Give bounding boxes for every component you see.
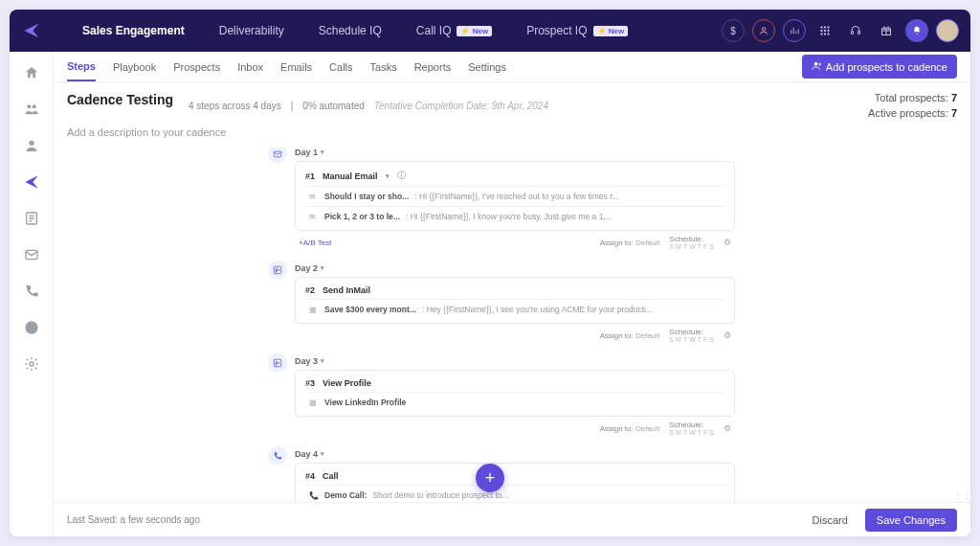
assign-value[interactable]: Default bbox=[635, 424, 659, 433]
step-footer: Assign to: Default Schedule: SMTWTFS ⚙ bbox=[295, 324, 735, 343]
topnav-schedule-iq[interactable]: Schedule IQ bbox=[301, 10, 399, 52]
chevron-down-icon: ▾ bbox=[321, 450, 324, 458]
day-label[interactable]: Day 3 ▾ bbox=[295, 356, 957, 366]
day-label[interactable]: Day 2 ▾ bbox=[295, 263, 957, 273]
main: Steps Playbook Prospects Inbox Emails Ca… bbox=[54, 52, 970, 536]
add-step-fab[interactable]: + bbox=[476, 464, 504, 492]
svg-rect-2 bbox=[824, 27, 826, 29]
rail-settings-icon[interactable] bbox=[22, 354, 41, 374]
assign-value[interactable]: Default bbox=[635, 331, 659, 340]
step-header[interactable]: #3 View Profile bbox=[305, 376, 724, 392]
step-item[interactable]: ▦ Save $300 every mont... : Hey {{FirstN… bbox=[305, 299, 724, 319]
topnav-sales-engagement[interactable]: Sales Engagement bbox=[65, 10, 202, 52]
drag-handle-icon[interactable]: ⋮⋮ bbox=[953, 489, 970, 500]
notification-icon[interactable] bbox=[905, 19, 928, 42]
svg-rect-5 bbox=[824, 30, 826, 32]
svg-point-18 bbox=[30, 362, 33, 366]
chevron-down-icon: ▾ bbox=[321, 148, 324, 156]
topnav-deliverability[interactable]: Deliverability bbox=[202, 10, 301, 52]
rail-reports-icon[interactable] bbox=[22, 318, 41, 337]
gear-icon[interactable]: ⚙ bbox=[724, 423, 731, 433]
cadence-title: Cadence Testing bbox=[67, 92, 173, 107]
step-item-preview: : Hi {{FirstName}}, I've reached out to … bbox=[414, 192, 618, 201]
save-button[interactable]: Save Changes bbox=[865, 509, 957, 532]
tab-calls[interactable]: Calls bbox=[329, 54, 352, 80]
schedule-days[interactable]: SMTWTFS bbox=[669, 336, 714, 343]
last-saved: Last Saved: a few seconds ago bbox=[67, 514, 200, 525]
rail-person-icon[interactable] bbox=[22, 136, 41, 155]
step-header[interactable]: #1 Manual Email ▾ ⓘ bbox=[305, 168, 724, 186]
gear-icon[interactable]: ⚙ bbox=[724, 238, 731, 247]
svg-rect-23 bbox=[276, 270, 277, 273]
tab-inbox[interactable]: Inbox bbox=[237, 54, 263, 80]
svg-point-25 bbox=[276, 361, 277, 362]
topnav-prospect-iq[interactable]: Prospect IQ New bbox=[509, 10, 645, 52]
headset-icon[interactable] bbox=[844, 19, 867, 42]
assign-value[interactable]: Default bbox=[635, 239, 659, 247]
rail-home-icon[interactable] bbox=[22, 63, 41, 82]
topnav-call-iq[interactable]: Call IQ New bbox=[399, 10, 509, 52]
add-prospects-button[interactable]: Add prospects to cadence bbox=[802, 55, 957, 79]
tab-tasks[interactable]: Tasks bbox=[370, 54, 397, 80]
step-item-preview: : Hey {{FirstName}}, I see you're using … bbox=[422, 305, 653, 314]
total-prospects-value: 7 bbox=[951, 92, 957, 103]
rail-team-icon[interactable] bbox=[22, 100, 41, 119]
avatar[interactable] bbox=[936, 19, 959, 42]
chevron-down-icon: ▾ bbox=[321, 357, 324, 365]
step-item[interactable]: ✉ Should I stay or sho... : Hi {{FirstNa… bbox=[305, 186, 724, 206]
user-icon[interactable] bbox=[752, 19, 775, 42]
tab-playbook[interactable]: Playbook bbox=[113, 54, 156, 80]
step-item-icon: ✉ bbox=[309, 193, 319, 201]
tab-prospects[interactable]: Prospects bbox=[173, 54, 220, 80]
active-prospects-value: 7 bbox=[951, 107, 957, 119]
svg-point-15 bbox=[29, 141, 33, 146]
discard-button[interactable]: Discard bbox=[803, 509, 858, 532]
step-card: #1 Manual Email ▾ ⓘ ✉ Should I stay or s… bbox=[295, 161, 735, 231]
step-item[interactable]: ✉ Pick 1, 2 or 3 to le... : Hi {{FirstNa… bbox=[305, 206, 724, 226]
chevron-down-icon: ▾ bbox=[321, 264, 324, 272]
step-card: #2 Send InMail ▦ Save $300 every mont...… bbox=[295, 277, 735, 324]
gear-icon[interactable]: ⚙ bbox=[724, 330, 731, 340]
add-user-icon bbox=[812, 60, 822, 73]
rail-mail-icon[interactable] bbox=[22, 245, 41, 264]
meta-steps: 4 steps across 4 days bbox=[189, 101, 281, 111]
step-item-subject: Pick 1, 2 or 3 to le... bbox=[324, 212, 400, 221]
topbar-right: $ bbox=[722, 19, 959, 42]
svg-rect-1 bbox=[821, 27, 823, 29]
tab-settings[interactable]: Settings bbox=[468, 54, 506, 80]
step-item[interactable]: ▦ View LinkedIn Profile bbox=[305, 392, 724, 412]
rail-phone-icon[interactable] bbox=[22, 282, 41, 301]
ab-test-link[interactable]: +A/B Test bbox=[299, 239, 331, 247]
info-icon[interactable]: ⓘ bbox=[397, 170, 406, 182]
topnav-prospect-iq-label: Prospect IQ bbox=[526, 24, 587, 37]
step-item-icon: ▦ bbox=[309, 398, 319, 407]
assign-label: Assign to: bbox=[600, 424, 634, 433]
rail-tasks-icon[interactable] bbox=[22, 209, 41, 228]
svg-rect-9 bbox=[828, 34, 830, 35]
credits-icon[interactable]: $ bbox=[722, 19, 745, 42]
rail-send-icon[interactable] bbox=[22, 172, 41, 192]
tab-emails[interactable]: Emails bbox=[280, 54, 312, 80]
schedule-days[interactable]: SMTWTFS bbox=[669, 243, 714, 250]
cadence-description[interactable]: Add a description to your cadence bbox=[54, 125, 970, 148]
app-logo-icon[interactable] bbox=[21, 20, 42, 41]
tab-reports[interactable]: Reports bbox=[414, 54, 452, 80]
schedule-days[interactable]: SMTWTFS bbox=[669, 429, 714, 436]
gift-icon[interactable] bbox=[875, 19, 898, 42]
step-item-subject: Should I stay or sho... bbox=[324, 192, 409, 201]
day-label[interactable]: Day 1 ▾ bbox=[295, 148, 957, 157]
schedule-label: Schedule: bbox=[669, 421, 703, 429]
step-header[interactable]: #4 Call bbox=[305, 469, 724, 485]
tab-steps[interactable]: Steps bbox=[67, 53, 96, 81]
step-header[interactable]: #2 Send InMail bbox=[305, 284, 724, 299]
cadence-header: Cadence Testing 4 steps across 4 days | … bbox=[54, 82, 970, 125]
step-number: #2 bbox=[305, 285, 315, 295]
chart-icon[interactable] bbox=[783, 19, 806, 42]
svg-point-14 bbox=[32, 104, 35, 108]
step-title: Call bbox=[323, 471, 339, 481]
step-footer: +A/B Test Assign to: Default Schedule: S… bbox=[295, 231, 735, 250]
grid-icon[interactable] bbox=[813, 19, 836, 42]
step-item-icon: ▦ bbox=[309, 306, 319, 314]
step-title: View Profile bbox=[323, 378, 371, 388]
day-label[interactable]: Day 4 ▾ bbox=[295, 449, 957, 459]
